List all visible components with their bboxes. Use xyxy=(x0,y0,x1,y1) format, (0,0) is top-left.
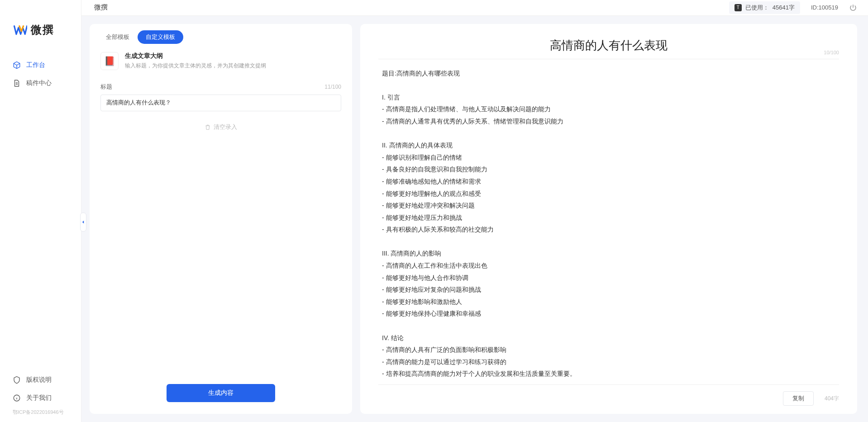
nav-label: 版权说明 xyxy=(26,376,52,384)
copy-button[interactable]: 复制 xyxy=(783,391,814,406)
nav-label: 稿件中心 xyxy=(26,79,52,87)
usage-prefix: 已使用： xyxy=(745,4,769,12)
field-label: 标题 xyxy=(100,83,112,91)
output-title-count: 10/100 xyxy=(824,50,839,55)
nav-label: 关于我们 xyxy=(26,394,52,402)
output-title: 高情商的人有什么表现 xyxy=(400,38,817,53)
generate-button[interactable]: 生成内容 xyxy=(167,384,275,402)
nav-item-drafts[interactable]: 稿件中心 xyxy=(0,74,81,92)
nav-item-about[interactable]: 关于我们 xyxy=(0,389,81,407)
usage-tag-icon: T xyxy=(734,4,742,11)
title-field-section: 标题 11/100 xyxy=(90,78,352,116)
info-icon xyxy=(13,394,21,402)
cube-icon xyxy=(13,61,21,69)
nav: 工作台 稿件中心 xyxy=(0,52,81,97)
nav-item-workbench[interactable]: 工作台 xyxy=(0,56,81,74)
sidebar-bottom: 版权说明 关于我们 鄂ICP备2022016946号 xyxy=(0,371,81,422)
topbar: 微撰 T 已使用： 45641字 ID:100519 xyxy=(81,0,868,16)
tab-all-templates[interactable]: 全部模板 xyxy=(98,30,138,44)
logo-text: 微撰 xyxy=(31,23,54,37)
sidebar: 微撰 工作台 稿件中心 版权说明 关于我们 鄂ICP xyxy=(0,0,81,422)
power-icon[interactable] xyxy=(849,4,857,12)
usage-indicator[interactable]: T 已使用： 45641字 xyxy=(729,1,800,14)
document-icon xyxy=(13,79,21,87)
output-header: 高情商的人有什么表现 10/100 xyxy=(378,24,839,59)
chevron-left-icon xyxy=(81,220,86,224)
nav-label: 工作台 xyxy=(26,61,45,69)
usage-value: 45641字 xyxy=(773,4,795,12)
template-tabs: 全部模板 自定义模板 xyxy=(90,24,352,44)
tab-custom-templates[interactable]: 自定义模板 xyxy=(138,30,183,44)
output-panel: 高情商的人有什么表现 10/100 题目:高情商的人有哪些表现 I. 引言 - … xyxy=(360,24,857,414)
sidebar-collapse-handle[interactable] xyxy=(80,213,86,232)
template-card[interactable]: 📕 生成文章大纲 输入标题，为你提供文章主体的灵感，并为其创建推文提纲 xyxy=(90,44,352,78)
shield-icon xyxy=(13,376,21,384)
input-panel: 全部模板 自定义模板 📕 生成文章大纲 输入标题，为你提供文章主体的灵感，并为其… xyxy=(90,24,352,414)
page-title: 微撰 xyxy=(94,3,108,12)
template-title: 生成文章大纲 xyxy=(125,52,266,60)
clear-input-button[interactable]: 清空录入 xyxy=(90,116,352,138)
main: 微撰 T 已使用： 45641字 ID:100519 全部模板 自定义模板 📕 xyxy=(81,0,868,422)
user-id: ID:100519 xyxy=(811,4,838,11)
output-body[interactable]: 题目:高情商的人有哪些表现 I. 引言 - 高情商是指人们处理情绪、与他人互动以… xyxy=(360,59,857,384)
clear-label: 清空录入 xyxy=(214,123,237,131)
output-footer: 复制 404字 xyxy=(378,384,839,414)
field-char-count: 11/100 xyxy=(324,84,341,90)
license-text: 鄂ICP备2022016946号 xyxy=(0,407,81,417)
output-word-count: 404字 xyxy=(825,395,839,403)
logo-icon xyxy=(13,23,27,37)
trash-icon xyxy=(205,124,211,130)
template-desc: 输入标题，为你提供文章主体的灵感，并为其创建推文提纲 xyxy=(125,62,266,70)
title-input[interactable] xyxy=(100,95,341,111)
template-thumb-icon: 📕 xyxy=(100,52,119,70)
logo[interactable]: 微撰 xyxy=(0,0,81,52)
nav-item-copyright[interactable]: 版权说明 xyxy=(0,371,81,389)
content: 全部模板 自定义模板 📕 生成文章大纲 输入标题，为你提供文章主体的灵感，并为其… xyxy=(81,16,868,422)
